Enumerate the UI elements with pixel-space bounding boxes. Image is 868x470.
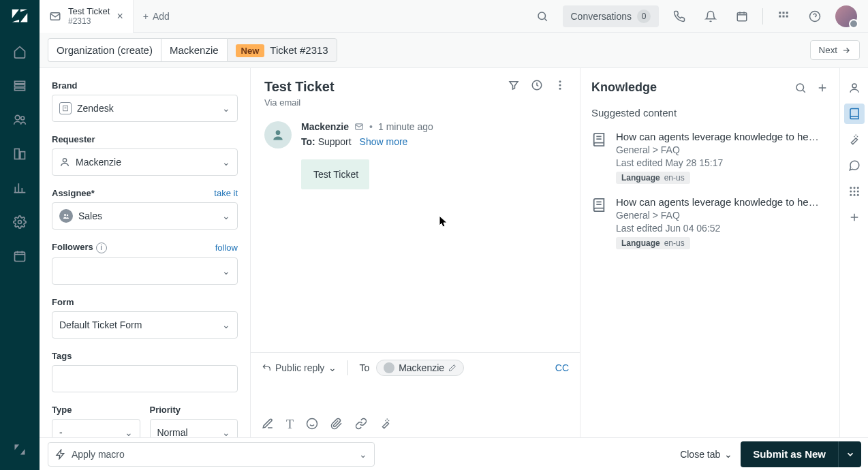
profile-avatar[interactable] xyxy=(835,5,857,27)
apply-macro-dropdown[interactable]: Apply macro ⌄ xyxy=(48,442,375,467)
form-value: Default Ticket Form xyxy=(59,319,142,330)
lightning-icon xyxy=(55,449,66,460)
followers-select[interactable]: ⌄ xyxy=(52,257,238,285)
phone-button[interactable] xyxy=(668,5,690,27)
message-time: 1 minute ago xyxy=(378,121,433,132)
priority-select[interactable]: Normal ⌄ xyxy=(150,419,238,438)
svg-point-34 xyxy=(856,187,858,189)
info-icon[interactable]: i xyxy=(96,242,107,253)
next-label: Next xyxy=(819,45,837,55)
emoji-icon[interactable] xyxy=(306,418,318,432)
recipient-name: Mackenzie xyxy=(399,362,444,373)
tab-title: Test Ticket xyxy=(68,6,110,17)
events-button[interactable] xyxy=(531,79,543,91)
cc-button[interactable]: CC xyxy=(555,362,569,373)
svg-point-35 xyxy=(850,191,852,193)
brand-select[interactable]: Zendesk ⌄ xyxy=(52,95,238,122)
breadcrumb-ticket[interactable]: NewTicket #2313 xyxy=(227,38,337,62)
help-button[interactable] xyxy=(804,5,826,27)
compose-note-icon[interactable] xyxy=(262,418,274,432)
breadcrumb-organization[interactable]: Organization (create) xyxy=(48,38,161,62)
more-actions-button[interactable] xyxy=(554,79,566,91)
to-recipient-chip[interactable]: Mackenzie xyxy=(376,360,464,376)
calendar-button[interactable] xyxy=(731,5,753,27)
knowledge-title: Knowledge xyxy=(591,80,657,95)
filter-button[interactable] xyxy=(508,79,520,91)
knowledge-article[interactable]: How can agents leverage knowledge to hel… xyxy=(591,131,828,184)
apps-panel-button[interactable] xyxy=(844,181,865,202)
follow-link[interactable]: follow xyxy=(215,242,238,253)
breadcrumb-user[interactable]: Mackenzie xyxy=(161,38,227,62)
knowledge-article[interactable]: How can agents leverage knowledge to hel… xyxy=(591,196,828,249)
plus-icon: + xyxy=(143,11,149,22)
nav-admin[interactable] xyxy=(6,208,33,236)
type-value: - xyxy=(59,427,63,438)
assignee-select[interactable]: Sales ⌄ xyxy=(52,202,238,230)
close-tab-dropdown[interactable]: Close tab ⌄ xyxy=(672,449,741,460)
ai-panel-button[interactable] xyxy=(844,129,865,150)
chevron-down-icon: ⌄ xyxy=(328,362,337,373)
chat-panel-button[interactable] xyxy=(844,155,865,176)
link-icon[interactable] xyxy=(355,418,367,432)
requester-value: Mackenzie xyxy=(76,157,121,168)
article-title: How can agents leverage knowledge to hel… xyxy=(616,131,820,142)
nav-home[interactable] xyxy=(6,38,33,65)
notifications-button[interactable] xyxy=(700,5,722,27)
apps-button[interactable] xyxy=(773,5,794,27)
nav-calendar[interactable] xyxy=(6,242,33,270)
show-more-link[interactable]: Show more xyxy=(360,136,408,147)
nav-zendesk-products[interactable] xyxy=(6,436,33,463)
edit-recipient-icon[interactable] xyxy=(448,364,456,372)
ticket-title: Test Ticket xyxy=(264,79,335,95)
svg-point-7 xyxy=(18,221,22,224)
svg-rect-2 xyxy=(15,88,25,90)
next-button[interactable]: Next xyxy=(810,40,860,60)
svg-point-31 xyxy=(852,84,856,88)
knowledge-add-button[interactable] xyxy=(816,82,828,94)
conversations-button[interactable]: Conversations 0 xyxy=(563,5,660,27)
take-it-link[interactable]: take it xyxy=(214,188,238,198)
attachment-icon[interactable] xyxy=(330,418,343,432)
assignee-value: Sales xyxy=(78,210,102,221)
nav-customers[interactable] xyxy=(6,106,33,134)
nav-organizations[interactable] xyxy=(6,140,33,168)
knowledge-search-button[interactable] xyxy=(794,82,807,94)
text-format-icon[interactable]: T xyxy=(286,418,294,432)
add-panel-button[interactable] xyxy=(844,207,865,228)
add-tab-button[interactable]: + Add xyxy=(134,11,179,22)
type-field: Type - ⌄ xyxy=(52,405,140,438)
requester-select[interactable]: Mackenzie ⌄ xyxy=(52,148,238,176)
ticket-via: Via email xyxy=(264,97,335,108)
svg-point-22 xyxy=(67,215,69,217)
close-icon[interactable]: × xyxy=(117,10,123,22)
message-to-line: To: Support Show more xyxy=(301,136,566,147)
form-select[interactable]: Default Ticket Form ⌄ xyxy=(52,311,238,339)
tags-input[interactable] xyxy=(52,365,238,392)
message-avatar[interactable] xyxy=(264,121,292,148)
type-select[interactable]: - ⌄ xyxy=(52,419,140,438)
message-author[interactable]: Mackenzie xyxy=(301,121,349,132)
message: Mackenzie • 1 minute ago To: Support Sho… xyxy=(264,121,566,189)
nav-rail xyxy=(0,0,40,470)
product-logo[interactable] xyxy=(10,5,30,26)
submit-dropdown-button[interactable] xyxy=(838,441,861,467)
ticket-tab[interactable]: Test Ticket #2313 × xyxy=(40,0,134,33)
building-icon xyxy=(59,102,72,114)
nav-reporting[interactable] xyxy=(6,174,33,202)
magic-wand-icon[interactable] xyxy=(379,418,392,432)
svg-rect-17 xyxy=(786,15,788,17)
svg-rect-19 xyxy=(63,106,68,111)
knowledge-panel-button[interactable] xyxy=(844,104,865,124)
submit-button[interactable]: Submit as New xyxy=(741,441,838,467)
search-button[interactable] xyxy=(531,5,553,27)
top-header: Test Ticket #2313 × + Add Conversations … xyxy=(40,0,868,33)
user-panel-button[interactable] xyxy=(844,78,865,98)
reply-textarea[interactable] xyxy=(262,376,569,413)
form-field: Form Default Ticket Form ⌄ xyxy=(52,297,238,339)
chevron-down-icon: ⌄ xyxy=(222,103,230,114)
svg-point-30 xyxy=(796,84,804,91)
svg-rect-1 xyxy=(15,84,25,87)
reply-type-dropdown[interactable]: Public reply ⌄ xyxy=(262,362,337,373)
svg-point-27 xyxy=(276,130,281,135)
nav-views[interactable] xyxy=(6,72,33,99)
